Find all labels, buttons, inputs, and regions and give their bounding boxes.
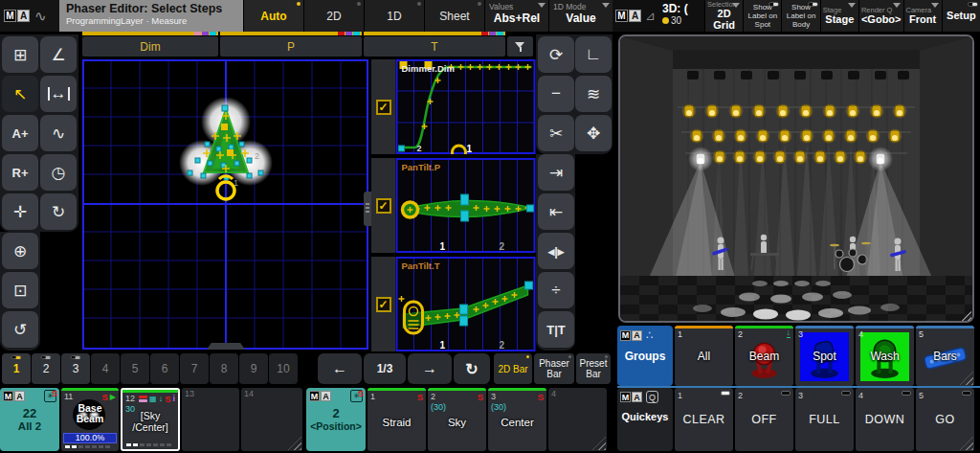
step-button-6[interactable]: 6: [150, 353, 179, 384]
insert-before-button[interactable]: ⇥: [538, 154, 574, 191]
prev-page-button[interactable]: ←: [318, 353, 362, 384]
align-tt-button[interactable]: T|T: [538, 311, 574, 348]
add-relative-button[interactable]: R+: [2, 154, 38, 191]
dimmer-dim-chart[interactable]: Dimmer.Dim 2 1: [395, 59, 536, 154]
position-pool-header[interactable]: MA ✳ 2 <Position> S: [306, 388, 366, 451]
canvas-bottom-handle[interactable]: [207, 343, 245, 350]
step-button-5[interactable]: 5: [121, 353, 149, 384]
step-button-3[interactable]: 3: [61, 353, 90, 384]
step-button-4[interactable]: 4: [91, 353, 120, 384]
insert-after-button[interactable]: ⇤: [538, 193, 574, 230]
nudge-button[interactable]: ✥: [575, 115, 612, 151]
group-tile-bars[interactable]: 5 Bars: [916, 326, 974, 386]
angle-tool-button[interactable]: ∠: [40, 36, 77, 73]
1d-mode-dropdown[interactable]: 1D Mode Value: [548, 0, 612, 32]
2d-bar-button[interactable]: 2D Bar: [494, 353, 532, 384]
resize-grip[interactable]: [592, 437, 606, 450]
sequence-tile-12-selected[interactable]: 12 ▦ ↓ S i 30 [Sky /Center]: [121, 388, 180, 451]
phaser-title-block[interactable]: Phaser Editor: Select Steps ProgrammingL…: [59, 0, 243, 32]
position-tile-1[interactable]: 1S Straid: [368, 388, 426, 451]
grid-tool-button[interactable]: ⊞: [2, 36, 38, 73]
render-quality-dropdown[interactable]: Render Q <Gobo>: [858, 0, 903, 32]
tab-auto[interactable]: Auto: [243, 0, 303, 32]
camera-dropdown[interactable]: Camera Front: [903, 0, 942, 32]
quickey-go[interactable]: 5 GO: [916, 388, 974, 451]
move-tool-button[interactable]: ✛: [2, 193, 38, 230]
step-button-9[interactable]: 9: [239, 353, 268, 384]
pantilt-p-chart[interactable]: PanTilt.P 1 2: [395, 158, 536, 253]
pan-checkbox[interactable]: ✓: [376, 198, 391, 214]
group-tile-wash[interactable]: 4 Wash: [856, 326, 914, 386]
position-tile-4[interactable]: 4: [548, 388, 607, 451]
quickeys-pool-header[interactable]: MA Q Quickeys: [617, 388, 673, 451]
center-tool-button[interactable]: ⊕: [2, 233, 38, 269]
pantilt-t-chart[interactable]: PanTilt.T 1 2: [395, 257, 536, 351]
smooth-button[interactable]: ≋: [575, 76, 612, 112]
step-cycle-button[interactable]: ↻: [454, 353, 490, 384]
preset-bar-button[interactable]: Preset Bar: [576, 353, 611, 384]
chip-cyan: [210, 32, 216, 35]
wave-tool-button[interactable]: ∿: [40, 115, 77, 151]
column-header-t[interactable]: T: [364, 36, 505, 57]
selection-mode-dropdown[interactable]: Selection 2D Grid: [704, 0, 743, 32]
canvas-side-grip[interactable]: [364, 192, 371, 226]
column-header-dim[interactable]: Dim: [82, 36, 218, 57]
tab-1d[interactable]: 1D: [364, 0, 424, 32]
quickey-clear[interactable]: 1 CLEAR: [675, 388, 733, 451]
sequence-tile-14[interactable]: 14: [241, 388, 302, 451]
step-button-1[interactable]: 1: [2, 353, 31, 384]
stage-dropdown[interactable]: Stage Stage: [820, 0, 858, 32]
cut-button[interactable]: ✂: [538, 115, 574, 151]
reset-rotation-button[interactable]: ↺: [2, 311, 38, 348]
tab-2d[interactable]: 2D: [303, 0, 364, 32]
resize-grip[interactable]: [288, 437, 301, 450]
speed-tool-button[interactable]: ◷: [40, 154, 77, 191]
step-button-8[interactable]: 8: [210, 353, 238, 384]
groups-pool-header[interactable]: MA ∴ Groups: [617, 326, 673, 386]
group-tile-beam[interactable]: 2 ↓ Beam: [735, 326, 793, 386]
sync-button[interactable]: ⟳: [538, 36, 574, 73]
show-label-on-spot-toggle[interactable]: Show Label on Spot: [743, 0, 781, 32]
group-tile-spot[interactable]: 3 Spot: [795, 326, 854, 386]
remove-step-button[interactable]: −: [538, 76, 574, 112]
next-page-button[interactable]: →: [408, 353, 452, 384]
tab-sheet[interactable]: Sheet: [424, 0, 484, 32]
sequence-tile-13[interactable]: 13: [182, 388, 239, 451]
add-absolute-button[interactable]: A+: [2, 115, 38, 151]
resize-grip[interactable]: [960, 437, 973, 450]
quickey-full[interactable]: 3 FULL: [795, 388, 854, 451]
column-header-p[interactable]: P: [220, 36, 362, 57]
show-label-on-body-toggle[interactable]: Show Label on Body: [781, 0, 819, 32]
phaser-window-menu[interactable]: MA ∿: [0, 0, 59, 32]
divide-button[interactable]: ÷: [538, 272, 574, 308]
group-tile-all[interactable]: 1 All: [675, 326, 733, 386]
quickey-off[interactable]: 2 OFF: [735, 388, 793, 451]
stage-3d-viewport[interactable]: [618, 34, 974, 323]
quickey-down[interactable]: 4 DOWN: [856, 388, 914, 451]
dimmer-checkbox[interactable]: ✓: [376, 100, 391, 115]
tilt-checkbox[interactable]: ✓: [376, 297, 391, 312]
mirror-split-button[interactable]: ◂|▸: [538, 233, 574, 269]
setup-toggle[interactable]: Setup: [942, 0, 980, 32]
width-tool-button[interactable]: ↔: [40, 76, 77, 112]
phaser-2d-canvas[interactable]: 2 1: [82, 59, 368, 350]
phaser-bar-button[interactable]: Phaser Bar: [534, 353, 574, 384]
frame-select-button[interactable]: ⊡: [2, 272, 38, 308]
step-order-button[interactable]: ↻: [40, 193, 77, 230]
filter-button[interactable]: [507, 36, 533, 57]
sequence-pool-header[interactable]: MA ✳ 22 All 2 S: [0, 388, 59, 451]
values-dropdown[interactable]: Values Abs+Rel: [484, 0, 548, 32]
step-button-2[interactable]: 2: [32, 353, 60, 384]
corner-angle-button[interactable]: ∟: [575, 36, 612, 73]
step-button-7[interactable]: 7: [180, 353, 209, 384]
position-tile-3[interactable]: 3S (30) Center: [488, 388, 546, 451]
page-indicator[interactable]: 1/3: [364, 353, 406, 384]
pointer-tool-button[interactable]: ↖: [2, 76, 38, 112]
position-tile-2[interactable]: 2S (30) Sky: [428, 388, 486, 451]
viewer3d-title-block[interactable]: 3D: ( 30: [660, 0, 704, 32]
viewer3d-window-menu[interactable]: MA ⊿: [612, 0, 660, 32]
frame-select-icon: ⊡: [13, 281, 27, 301]
step-button-10[interactable]: 10: [269, 353, 298, 384]
master-level-bar[interactable]: 100.0%: [63, 433, 117, 443]
sequence-tile-11[interactable]: 11S▶ Base Beam 100.0%: [61, 388, 119, 451]
